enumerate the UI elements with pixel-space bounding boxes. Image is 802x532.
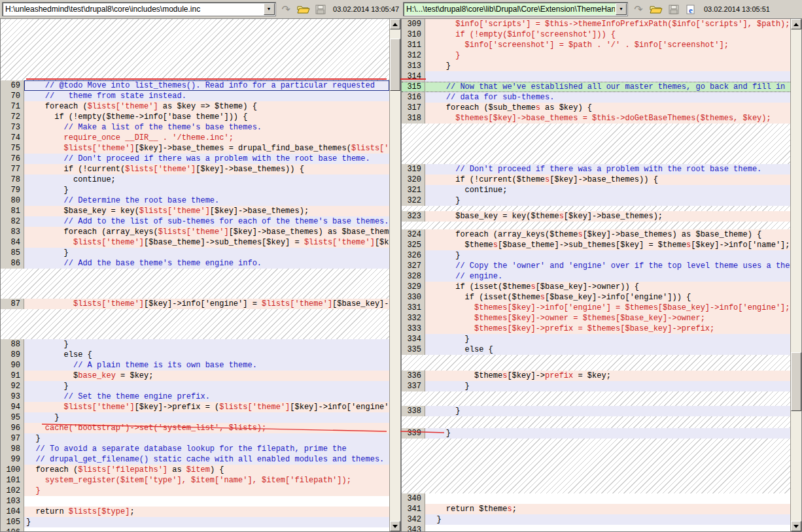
right-vertical-scrollbar[interactable] (790, 19, 801, 531)
code-line-71[interactable]: 71 foreach ($lists['theme'] as $key => $… (1, 101, 389, 112)
code-line-310[interactable]: 310 if (!empty($info['screenshot'])) { (402, 29, 790, 40)
left-file-dropdown-button[interactable]: ▼ (264, 3, 275, 15)
code-line-74[interactable]: 74 require_once __DIR__ . '/theme.inc'; (1, 133, 389, 143)
code-line-89[interactable]: 89 else { (1, 350, 389, 360)
scrollbar-thumb[interactable] (390, 39, 400, 91)
code-line-102[interactable]: 102 } (1, 486, 389, 496)
right-open-file-button[interactable] (649, 2, 663, 16)
code-line-332[interactable]: 332 $themes[$key]->owner = $themes[$base… (402, 313, 790, 324)
code-line-326[interactable]: 326 } (402, 250, 790, 261)
code-line-337[interactable]: 337 } (402, 381, 790, 391)
code-line-88[interactable]: 88 } (1, 339, 389, 350)
code-text: $lists['theme'][$key]->base_themes = dru… (24, 143, 389, 154)
code-line-93[interactable]: 93 // Set the theme engine prefix. (1, 391, 389, 402)
code-line-73[interactable]: 73 // Make a list of the theme's base th… (1, 122, 389, 133)
code-line-105[interactable]: 105} (1, 517, 389, 527)
code-line-92[interactable]: 92 } (1, 381, 389, 391)
code-line-327[interactable]: 327 // Copy the 'owner' and 'engine' ove… (402, 261, 790, 271)
code-line-77[interactable]: 77 if (!current($lists['theme'][$key]->b… (1, 164, 389, 175)
code-line-86[interactable]: 86 // Add the base theme's theme engine … (1, 258, 389, 269)
code-line-309[interactable]: 309 $info['scripts'] = $this->themeInfoP… (402, 19, 790, 29)
scrollbar-thumb[interactable] (791, 352, 801, 411)
left-redo-button[interactable]: ↷ (279, 2, 294, 16)
scroll-down-button[interactable] (791, 521, 801, 531)
code-line-76[interactable]: 76 // Don't proceed if there was a probl… (1, 154, 389, 164)
code-line-72[interactable]: 72 if (!empty($theme->info['base theme']… (1, 112, 389, 122)
scroll-up-button[interactable] (791, 19, 801, 29)
left-vertical-scrollbar[interactable] (389, 19, 400, 531)
code-text: $themes[$key]->prefix = $themes[$base_ke… (425, 324, 790, 334)
code-line-339[interactable]: 339 } (402, 428, 790, 439)
code-line-329[interactable]: 329 if (isset($themes[$base_key]->owner)… (402, 282, 790, 292)
code-text: // A plain theme is its own base theme. (24, 360, 389, 371)
right-redo-button[interactable]: ↷ (631, 2, 646, 16)
code-line-323[interactable]: 323 $base_key = key($themes[$key]->base_… (402, 211, 790, 222)
code-line-103[interactable]: 103 (1, 496, 389, 507)
scroll-down-button[interactable] (390, 521, 400, 531)
code-line-318[interactable]: 318 $themes[$key]->base_themes = $this->… (402, 113, 790, 124)
code-line-328[interactable]: 328 // engine. (402, 271, 790, 282)
code-line-94[interactable]: 94 $lists['theme'][$key]->prefix = ($lis… (1, 402, 389, 412)
code-line-335[interactable]: 335 else { (402, 344, 790, 355)
code-line-98[interactable]: 98 // To avoid a separate database looku… (1, 444, 389, 454)
code-line-95[interactable]: 95 } (1, 412, 389, 423)
code-line-321[interactable]: 321 continue; (402, 185, 790, 195)
code-line-82[interactable]: 82 // Add to the list of sub-themes for … (1, 216, 389, 227)
code-line-330[interactable]: 330 if (isset($themes[$base_key]->info['… (402, 292, 790, 303)
right-save-button[interactable] (667, 2, 681, 16)
code-line-75[interactable]: 75 $lists['theme'][$key]->base_themes = … (1, 143, 389, 154)
code-line-78[interactable]: 78 continue; (1, 175, 389, 185)
code-line-79[interactable]: 79 } (1, 185, 389, 195)
code-line-106[interactable]: 106 (1, 527, 389, 531)
code-text: foreach (array_keys($lists['theme'][$key… (24, 227, 389, 237)
code-line-100[interactable]: 100 foreach ($lists['filepaths'] as $ite… (1, 465, 389, 475)
code-line-85[interactable]: 85 } (1, 248, 389, 258)
line-number: 77 (1, 164, 24, 175)
code-line-80[interactable]: 80 // Determine the root base theme. (1, 195, 389, 206)
code-line-84[interactable]: 84 $lists['theme'][$base_theme]->sub_the… (1, 237, 389, 248)
code-line-99[interactable]: 99 // drupal_get_filename() static cache… (1, 454, 389, 465)
code-line-83[interactable]: 83 foreach (array_keys($lists['theme'][$… (1, 227, 389, 237)
right-open-browser-button[interactable]: e (684, 2, 699, 16)
code-line-341[interactable]: 341 return $themes; (402, 504, 790, 514)
code-line-70[interactable]: 70 // theme from state instead. (1, 91, 389, 101)
code-line-101[interactable]: 101 system_register($item['type'], $item… (1, 475, 389, 486)
left-save-button[interactable] (314, 2, 328, 16)
code-line-87[interactable]: 87 $lists['theme'][$key]->info['engine']… (1, 299, 389, 309)
code-line-97[interactable]: 97 } (1, 433, 389, 444)
code-line-336[interactable]: 336 $themes[$key]->prefix = $key; (402, 371, 790, 381)
code-line-342[interactable]: 342 } (402, 514, 790, 525)
code-line-316[interactable]: 316 // data for sub-themes. (402, 92, 790, 103)
code-line-320[interactable]: 320 if (!current($themes[$key]->base_the… (402, 175, 790, 185)
code-line-96[interactable]: 96 cache('bootstrap')->set('system_list'… (1, 423, 389, 433)
scroll-up-button[interactable] (390, 19, 400, 29)
right-file-path-combobox: H:\...\test\drupal8\core\lib\Drupal\Core… (403, 2, 628, 16)
code-line-333[interactable]: 333 $themes[$key]->prefix = $themes[$bas… (402, 324, 790, 334)
code-line-325[interactable]: 325 $themes[$base_theme]->sub_themes[$ke… (402, 240, 790, 250)
code-line-315[interactable]: 315 // Now that we've established all ou… (402, 82, 790, 92)
code-line-312[interactable]: 312 } (402, 50, 790, 61)
code-line-104[interactable]: 104 return $lists[$type]; (1, 507, 389, 517)
code-line-314[interactable]: 314 (402, 71, 790, 82)
code-line-90[interactable]: 90 // A plain theme is its own base them… (1, 360, 389, 371)
code-line-324[interactable]: 324 foreach (array_keys($themes[$key]->b… (402, 229, 790, 240)
code-line-334[interactable]: 334 } (402, 334, 790, 344)
left-open-file-button[interactable] (296, 2, 311, 16)
code-line-313[interactable]: 313 } (402, 61, 790, 71)
code-line-311[interactable]: 311 $info['screenshot'] = $path . '/' . … (402, 40, 790, 50)
code-line-343[interactable]: 343 (402, 525, 790, 531)
code-line-319[interactable]: 319 // Don't proceed if there was a prob… (402, 164, 790, 175)
left-file-path-input[interactable]: H:\unleashedmind\test\drupal8\core\inclu… (3, 3, 263, 16)
code-line-331[interactable]: 331 $themes[$key]->info['engine'] = $the… (402, 303, 790, 313)
code-line-340[interactable]: 340 (402, 493, 790, 504)
code-text: // engine. (425, 271, 790, 282)
code-line-322[interactable]: 322 } (402, 195, 790, 206)
right-file-dropdown-button[interactable]: ▼ (616, 3, 627, 15)
code-line-81[interactable]: 81 $base_key = key($lists['theme'][$key]… (1, 206, 389, 216)
code-line-317[interactable]: 317 foreach ($sub_themes as $key) { (402, 103, 790, 113)
code-line-91[interactable]: 91 $base_key = $key; (1, 371, 389, 381)
right-file-path-input[interactable]: H:\...\test\drupal8\core\lib\Drupal\Core… (404, 3, 615, 16)
code-line-69[interactable]: 69 // @todo Move into list_themes(). Rea… (1, 80, 389, 91)
line-number: 341 (402, 504, 425, 514)
code-line-338[interactable]: 338 } (402, 406, 790, 416)
